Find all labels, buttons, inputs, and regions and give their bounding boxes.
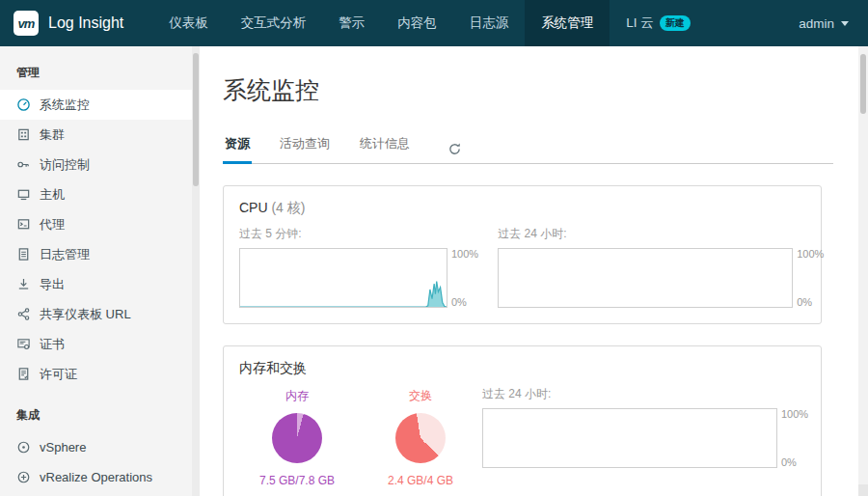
memory-24h-axis: 100% 0%: [781, 408, 808, 468]
sidebar-item-log-management[interactable]: 日志管理: [0, 239, 192, 269]
page-title: 系统监控: [223, 74, 858, 106]
sidebar-item-label: vRealize Operations: [40, 470, 152, 484]
tab-statistics[interactable]: 统计信息: [358, 129, 412, 164]
sidebar-item-label: 共享仪表板 URL: [40, 306, 131, 323]
certificate-icon: [16, 337, 31, 351]
caret-down-icon: [841, 21, 849, 26]
nav-item-alerts[interactable]: 警示: [322, 0, 381, 46]
license-icon: [16, 367, 31, 381]
sidebar-scrollbar-thumb[interactable]: [193, 53, 199, 186]
cluster-icon: [16, 127, 31, 142]
nav-item-interactive-analytics[interactable]: 交互式分析: [225, 0, 323, 46]
sidebar-section-integration: 集成: [0, 389, 200, 432]
gauge-icon: [16, 97, 31, 112]
axis-max: 100%: [781, 408, 808, 420]
axis-min: 0%: [451, 296, 478, 308]
username: admin: [799, 16, 834, 31]
sidebar-item-label: 证书: [40, 336, 65, 353]
swap-pie-group: 交换 2.4 GB/4 GB: [378, 388, 463, 487]
axis-max: 100%: [451, 248, 478, 260]
sidebar-item-label: 导出: [40, 276, 65, 293]
sidebar-item-vrealize-operations[interactable]: vRealize Operations: [0, 462, 192, 492]
sidebar-item-vsphere[interactable]: vSphere: [0, 432, 192, 462]
memory-pie-label: 内存: [285, 388, 309, 404]
axis-max: 100%: [797, 248, 824, 260]
nav-item-administration[interactable]: 系统管理: [525, 0, 610, 46]
swap-pie-label: 交换: [409, 388, 432, 404]
key-icon: [16, 157, 31, 172]
memory-pie-chart: [272, 413, 322, 463]
host-icon: [16, 187, 31, 202]
sidebar-item-label: 代理: [40, 216, 65, 234]
memory-pie-group: 内存 7.5 GB/7.8 GB: [255, 388, 339, 487]
sidebar-item-shared-dashboard-url[interactable]: 共享仪表板 URL: [0, 299, 192, 329]
axis-min: 0%: [797, 296, 824, 308]
sidebar-item-label: 主机: [40, 186, 65, 204]
nav-label: 仪表板: [169, 14, 208, 32]
sidebar-scrollbar[interactable]: [192, 46, 200, 496]
axis-min: 0%: [781, 456, 808, 468]
nav-item-content-packs[interactable]: 内容包: [381, 0, 453, 46]
cpu-24h-axis: 100% 0%: [797, 248, 824, 308]
sidebar-item-license[interactable]: 许可证: [0, 359, 192, 389]
swap-pie-value: 2.4 GB/4 GB: [388, 474, 453, 487]
log-file-icon: [16, 247, 31, 262]
cpu-card: CPU (4 核) 过去 5 分钟: 100%: [223, 185, 822, 324]
nav-label: 内容包: [397, 14, 437, 32]
tab-active-queries[interactable]: 活动查询: [278, 129, 332, 164]
nav-label: 系统管理: [541, 14, 593, 32]
vmware-logo: vm: [14, 11, 39, 36]
memory-swap-title: 内存和交换: [239, 360, 805, 377]
sidebar-item-label: 集群: [40, 126, 65, 144]
new-badge: 新建: [660, 15, 691, 31]
circle-plus-icon: [16, 470, 31, 484]
sidebar-item-agents[interactable]: 代理: [0, 209, 192, 239]
product-name: Log Insight: [48, 14, 123, 32]
sidebar-item-access-control[interactable]: 访问控制: [0, 150, 192, 179]
user-menu[interactable]: admin: [799, 16, 849, 31]
sidebar-item-label: 日志管理: [40, 246, 90, 263]
swap-pie-chart: [395, 413, 446, 463]
sidebar-section-management: 管理: [0, 46, 200, 90]
tab-bar: 资源 活动查询 统计信息: [223, 129, 833, 164]
top-nav: 仪表板 交互式分析 警示 内容包 日志源 系统管理 LI 云 新建: [152, 0, 707, 46]
admin-sidebar: 管理 系统监控 集群 访问控制 主机 代理 日志管理 导出: [0, 46, 200, 496]
sidebar-item-system-monitor[interactable]: 系统监控: [0, 90, 192, 120]
main-content: 系统监控 资源 活动查询 统计信息 CPU (4 核) 过去 5 分钟:: [200, 46, 868, 496]
sidebar-item-label: 许可证: [40, 366, 77, 383]
sidebar-item-label: 系统监控: [40, 96, 90, 114]
refresh-button[interactable]: [448, 142, 462, 156]
sidebar-item-label: 访问控制: [40, 156, 90, 174]
memory-24h-label: 过去 24 小时:: [482, 386, 808, 402]
sidebar-item-hosts[interactable]: 主机: [0, 179, 192, 209]
cpu-24h-chart: [498, 248, 793, 308]
main-scrollbar-thumb[interactable]: [860, 54, 866, 114]
app-header: vm Log Insight 仪表板 交互式分析 警示 内容包 日志源 系统管理…: [0, 0, 868, 46]
cpu-5min-chart: [239, 248, 448, 308]
download-icon: [16, 277, 31, 291]
nav-item-li-cloud[interactable]: LI 云 新建: [610, 0, 707, 46]
nav-item-dashboards[interactable]: 仪表板: [152, 0, 225, 46]
nav-label: 警示: [339, 14, 365, 32]
tab-resources[interactable]: 资源: [223, 129, 252, 164]
nav-label: LI 云: [626, 14, 654, 32]
cpu-card-title: CPU (4 核): [239, 200, 805, 217]
nav-item-log-sources[interactable]: 日志源: [453, 0, 526, 46]
cpu-cores: (4 核): [271, 200, 305, 215]
cpu-title: CPU: [239, 200, 268, 215]
scrollbar-corner: [858, 484, 868, 496]
main-scrollbar[interactable]: [858, 46, 868, 496]
sidebar-item-export[interactable]: 导出: [0, 269, 192, 299]
sidebar-item-certificates[interactable]: 证书: [0, 329, 192, 359]
memory-24h-chart: [482, 408, 777, 468]
terminal-icon: [16, 217, 31, 232]
sidebar-item-cluster[interactable]: 集群: [0, 120, 192, 150]
pie-charts: 内存 7.5 GB/7.8 GB 交换 2.4 GB/4 GB: [239, 388, 463, 487]
sidebar-item-label: vSphere: [40, 440, 86, 455]
share-icon: [16, 307, 31, 321]
memory-24h-group: 过去 24 小时: 100% 0%: [482, 386, 808, 468]
cpu-24h-group: 过去 24 小时: 100% 0%: [498, 226, 824, 308]
nav-label: 日志源: [470, 14, 509, 32]
cpu-5min-group: 过去 5 分钟: 100% 0%: [239, 226, 478, 308]
cpu-5min-label: 过去 5 分钟:: [239, 226, 478, 242]
